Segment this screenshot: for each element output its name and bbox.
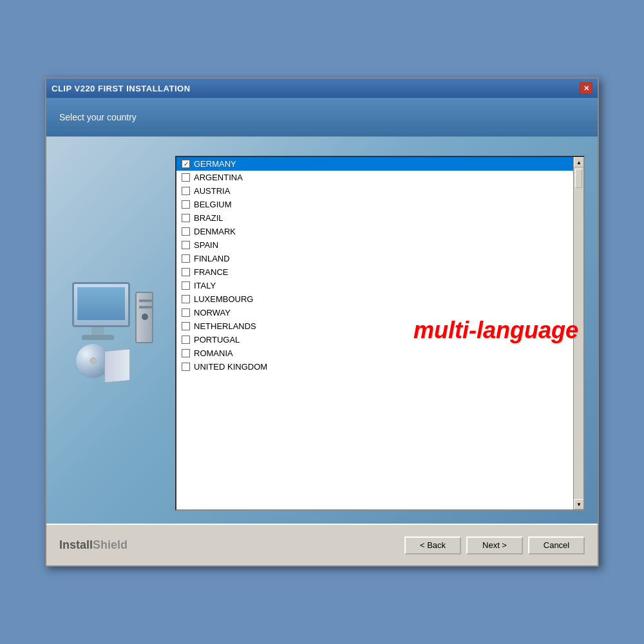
country-item[interactable]: NORWAY xyxy=(176,306,573,319)
close-button[interactable]: ✕ xyxy=(580,82,592,94)
logo-install-text: Install xyxy=(59,538,93,552)
country-name: SPAIN xyxy=(194,240,218,250)
back-button[interactable]: < Back xyxy=(404,536,461,554)
country-item[interactable]: LUXEMBOURG xyxy=(176,292,573,306)
footer-buttons: < Back Next > Cancel xyxy=(404,536,585,554)
country-name: PORTUGAL xyxy=(194,335,240,345)
country-checkbox xyxy=(182,295,190,303)
left-panel xyxy=(59,156,162,511)
footer: InstallShield < Back Next > Cancel xyxy=(46,524,598,565)
country-name: NORWAY xyxy=(194,308,231,317)
country-checkbox xyxy=(182,187,190,195)
country-item[interactable]: BRAZIL xyxy=(176,211,573,225)
country-checkbox xyxy=(182,254,190,263)
country-checkbox xyxy=(182,200,190,209)
country-item[interactable]: DENMARK xyxy=(176,225,573,238)
computer-illustration xyxy=(66,282,156,385)
country-item[interactable]: ✓GERMANY xyxy=(176,157,573,171)
next-label: Next > xyxy=(482,540,507,550)
country-checkbox xyxy=(182,173,190,182)
country-name: FRANCE xyxy=(194,267,228,277)
country-name: AUSTRIA xyxy=(194,186,230,196)
cd-hole xyxy=(90,357,97,364)
country-item[interactable]: SPAIN xyxy=(176,238,573,252)
country-name: FINLAND xyxy=(194,254,230,263)
cancel-button[interactable]: Cancel xyxy=(528,536,585,554)
country-name: ARGENTINA xyxy=(194,173,243,182)
country-name: ITALY xyxy=(194,281,216,290)
next-button[interactable]: Next > xyxy=(466,536,523,554)
scrollbar[interactable]: ▲ ▼ xyxy=(573,157,583,509)
country-item[interactable]: AUSTRIA xyxy=(176,184,573,198)
cancel-label: Cancel xyxy=(544,540,569,550)
country-name: UNITED KINGDOM xyxy=(194,362,267,372)
country-checkbox xyxy=(182,227,190,236)
country-checkbox xyxy=(182,241,190,249)
logo-shield-text: Shield xyxy=(93,538,128,552)
country-checkbox xyxy=(182,268,190,276)
installshield-logo: InstallShield xyxy=(59,538,128,552)
back-label: < Back xyxy=(420,540,446,550)
country-item[interactable]: ROMANIA xyxy=(176,346,573,360)
tower-slot2 xyxy=(139,306,152,308)
tower-slot1 xyxy=(139,299,152,302)
country-name: BELGIUM xyxy=(194,200,232,209)
country-name: LUXEMBOURG xyxy=(194,294,253,304)
monitor xyxy=(72,282,130,327)
country-checkbox xyxy=(182,349,190,357)
window-title: CLIP V220 FIRST INSTALLATION xyxy=(52,84,191,93)
country-item[interactable]: UNITED KINGDOM xyxy=(176,360,573,374)
scroll-up-button[interactable]: ▲ xyxy=(574,157,584,167)
instruction-text: Select your country xyxy=(59,112,137,122)
country-name: ROMANIA xyxy=(194,348,233,358)
country-name: NETHERLANDS xyxy=(194,321,256,331)
country-checkbox xyxy=(182,363,190,371)
country-checkbox xyxy=(182,322,190,330)
right-panel: ✓GERMANYARGENTINAAUSTRIABELGIUMBRAZILDEN… xyxy=(175,156,585,511)
country-item[interactable]: FINLAND xyxy=(176,252,573,265)
monitor-screen xyxy=(77,287,125,320)
country-item[interactable]: PORTUGAL xyxy=(176,333,573,346)
main-content: ✓GERMANYARGENTINAAUSTRIABELGIUMBRAZILDEN… xyxy=(46,137,598,524)
country-item[interactable]: ITALY xyxy=(176,279,573,292)
book xyxy=(104,348,130,383)
country-name: BRAZIL xyxy=(194,213,223,223)
scroll-down-button[interactable]: ▼ xyxy=(574,499,584,509)
country-checkbox xyxy=(182,214,190,222)
country-list-container: ✓GERMANYARGENTINAAUSTRIABELGIUMBRAZILDEN… xyxy=(175,156,585,511)
country-list[interactable]: ✓GERMANYARGENTINAAUSTRIABELGIUMBRAZILDEN… xyxy=(176,157,573,509)
monitor-base xyxy=(82,335,114,340)
country-item[interactable]: FRANCE xyxy=(176,265,573,279)
country-item[interactable]: NETHERLANDS xyxy=(176,319,573,333)
tower-button xyxy=(142,314,148,320)
country-checkbox: ✓ xyxy=(182,160,190,168)
country-name: GERMANY xyxy=(194,159,236,169)
country-checkbox xyxy=(182,336,190,344)
scrollbar-track xyxy=(574,167,583,499)
country-name: DENMARK xyxy=(194,227,236,236)
country-checkbox xyxy=(182,281,190,290)
tower xyxy=(135,292,153,343)
country-checkbox xyxy=(182,308,190,317)
titlebar: CLIP V220 FIRST INSTALLATION ✕ xyxy=(46,79,598,98)
country-item[interactable]: BELGIUM xyxy=(176,198,573,211)
country-item[interactable]: ARGENTINA xyxy=(176,171,573,184)
header-bar: Select your country xyxy=(46,98,598,137)
main-window: CLIP V220 FIRST INSTALLATION ✕ Select yo… xyxy=(45,77,599,567)
scrollbar-thumb[interactable] xyxy=(575,169,582,188)
